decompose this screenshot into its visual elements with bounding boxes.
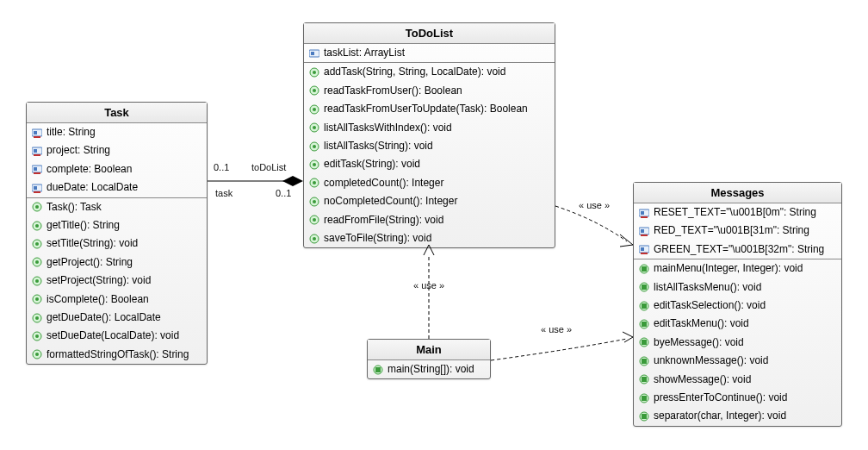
op-text: formattedStringOfTask(): String [46, 347, 189, 362]
op-text: editTaskMenu(): void [654, 316, 749, 331]
op-text: showMessage(): void [654, 372, 751, 387]
op-row: byeMessage(): void [634, 334, 841, 352]
class-main-title: Main [368, 340, 490, 360]
class-task-attrs: title: Stringproject: Stringcomplete: Bo… [27, 123, 207, 198]
attr-text: taskList: ArrayList [324, 46, 405, 60]
op-row: readTaskFromUserToUpdate(Task): Boolean [304, 100, 555, 118]
op-text: editTaskSelection(): void [654, 298, 766, 313]
method-icon [309, 197, 319, 207]
method-icon [639, 374, 649, 384]
class-messages-title: Messages [634, 183, 841, 203]
op-row: setDueDate(LocalDate): void [27, 327, 207, 345]
class-todolist: ToDoList taskList: ArrayList addTask(Str… [303, 22, 555, 248]
op-text: completedCount(): Integer [324, 176, 443, 191]
op-row: listAllTasksMenu(): void [634, 278, 841, 297]
method-icon [309, 122, 319, 133]
field-icon [32, 164, 42, 174]
attr-row: RED_TEXT="\u001B[31m": String [634, 222, 841, 240]
class-messages-ops: mainMenu(Integer, Integer): voidlistAllT… [634, 259, 841, 426]
attr-row: dueDate: LocalDate [27, 178, 207, 197]
method-icon [309, 85, 319, 96]
field-icon [639, 208, 649, 218]
op-text: isComplete(): Boolean [46, 292, 149, 307]
attr-row: GREEN_TEXT="\u001B[32m": String [634, 241, 841, 259]
op-row: listAllTasksWithIndex(): void [304, 119, 555, 137]
attr-text: RESET_TEXT="\u001B[0m": String [654, 205, 816, 220]
method-icon [32, 202, 42, 212]
op-text: setProject(String): void [46, 273, 151, 288]
method-icon [32, 331, 42, 341]
method-icon [309, 141, 319, 152]
attr-text: GREEN_TEXT="\u001B[32m": String [654, 242, 824, 257]
role-todolist: toDoList [251, 162, 286, 172]
field-icon [32, 183, 42, 193]
method-icon [309, 67, 319, 78]
op-row: readTaskFromUser(): Boolean [304, 82, 555, 100]
class-messages-attrs: RESET_TEXT="\u001B[0m": StringRED_TEXT="… [634, 203, 841, 259]
method-icon [639, 282, 649, 292]
op-text: getTitle(): String [46, 218, 120, 233]
attr-text: project: String [46, 143, 110, 158]
op-text: readFromFile(String): void [324, 213, 443, 228]
field-icon [309, 48, 319, 59]
op-row: noCompletedCount(): Integer [304, 192, 555, 210]
op-row: readFromFile(String): void [304, 211, 555, 229]
op-row: completedCount(): Integer [304, 174, 555, 192]
attr-row: taskList: ArrayList [304, 44, 555, 62]
op-row: showMessage(): void [634, 371, 841, 389]
op-row: getTitle(): String [27, 216, 207, 234]
method-icon [32, 313, 42, 323]
op-row: saveToFile(String): void [304, 229, 555, 247]
class-todolist-title: ToDoList [304, 23, 555, 44]
attr-text: dueDate: LocalDate [46, 180, 138, 195]
class-task: Task title: Stringproject: Stringcomplet… [26, 102, 208, 365]
class-task-title: Task [27, 103, 207, 123]
field-icon [639, 226, 649, 236]
op-row: setTitle(String): void [27, 234, 207, 253]
use-label-3: « use » [541, 324, 572, 334]
use-label-1: « use » [413, 280, 444, 291]
op-text: unknownMessage(): void [654, 353, 768, 368]
method-icon [309, 234, 319, 244]
multiplicity-todolist: 0..1 [276, 188, 291, 198]
use-label-2: « use » [579, 200, 610, 210]
method-icon [373, 365, 383, 375]
op-text: setTitle(String): void [46, 236, 138, 251]
op-text: mainMenu(Integer, Integer): void [654, 261, 803, 276]
op-row: editTaskSelection(): void [634, 297, 841, 315]
field-icon [32, 128, 42, 138]
op-row: isComplete(): Boolean [27, 291, 207, 309]
attr-text: complete: Boolean [46, 162, 132, 177]
attr-text: RED_TEXT="\u001B[31m": String [654, 223, 809, 238]
op-row: pressEnterToContinue(): void [634, 389, 841, 407]
op-text: noCompletedCount(): Integer [324, 194, 457, 209]
class-todolist-attrs: taskList: ArrayList [304, 44, 555, 63]
op-row: getProject(): String [27, 253, 207, 272]
op-text: readTaskFromUser(): Boolean [324, 84, 462, 98]
op-text: readTaskFromUserToUpdate(Task): Boolean [324, 102, 528, 116]
op-text: getProject(): String [46, 255, 133, 270]
method-icon [32, 257, 42, 267]
method-icon [32, 239, 42, 249]
op-text: addTask(String, String, LocalDate): void [324, 65, 505, 79]
class-main: Main main(String[]): void [367, 339, 491, 379]
op-text: main(String[]): void [388, 362, 474, 377]
method-icon [309, 159, 319, 170]
op-row: editTaskMenu(): void [634, 315, 841, 333]
op-row: editTask(String): void [304, 155, 555, 173]
class-messages: Messages RESET_TEXT="\u001B[0m": StringR… [633, 182, 842, 427]
role-task: task [215, 188, 232, 198]
op-row: mainMenu(Integer, Integer): void [634, 259, 841, 278]
class-task-ops: Task(): TaskgetTitle(): StringsetTitle(S… [27, 198, 207, 365]
op-row: getDueDate(): LocalDate [27, 309, 207, 327]
op-text: listAllTasksWithIndex(): void [324, 121, 452, 135]
op-row: separator(char, Integer): void [634, 407, 841, 425]
method-icon [32, 221, 42, 231]
method-icon [639, 393, 649, 403]
method-icon [309, 104, 319, 115]
op-text: byeMessage(): void [654, 335, 744, 350]
method-icon [32, 276, 42, 286]
field-icon [639, 244, 649, 254]
multiplicity-task: 0..1 [214, 162, 229, 172]
op-text: getDueDate(): LocalDate [46, 310, 161, 325]
